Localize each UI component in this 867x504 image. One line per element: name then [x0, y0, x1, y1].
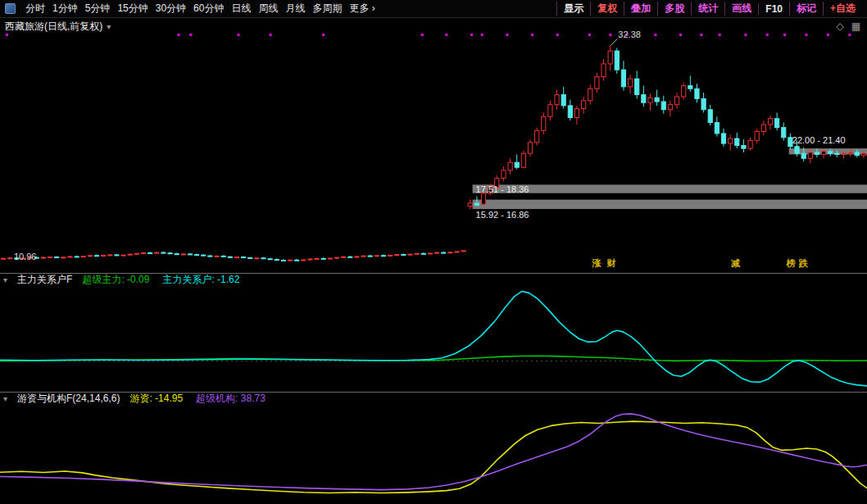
candle-body	[655, 98, 659, 102]
layout-tool-icon[interactable]: ▦	[851, 20, 860, 32]
menu-item-15分钟[interactable]: 15分钟	[117, 2, 148, 16]
candle-body	[334, 257, 338, 258]
menu-item-标记[interactable]: 标记	[789, 2, 823, 16]
signal-dot	[6, 34, 8, 36]
candle-body	[695, 89, 699, 98]
menu-item-1分钟[interactable]: 1分钟	[52, 2, 78, 16]
candle-body	[535, 130, 539, 143]
menu-item-复权[interactable]: 复权	[590, 2, 624, 16]
main-candlestick-panel[interactable]: 西藏旅游(日线,前复权) ▾ ◇ ▦ 17.51 - 18.3615.92 - …	[0, 18, 867, 273]
title-dropdown-icon[interactable]: ▾	[107, 22, 111, 31]
panel2-header: ▾ 主力关系户F 超级主力: -0.09主力关系户: -1.62	[0, 273, 867, 286]
candle-body	[241, 257, 245, 258]
price-box-label: 15.92 - 16.86	[476, 210, 529, 220]
candle-body	[455, 252, 459, 252]
menu-item-叠加[interactable]: 叠加	[624, 2, 657, 16]
candle-body	[795, 147, 799, 154]
candle-body	[735, 138, 739, 146]
candle-body	[515, 162, 519, 167]
menu-item-分时[interactable]: 分时	[25, 2, 45, 16]
candle-body	[668, 105, 672, 110]
marker-tool-icon[interactable]: ◇	[836, 20, 843, 32]
candle-body	[348, 257, 352, 257]
candle-body	[582, 101, 586, 109]
candle-body	[842, 153, 846, 154]
panel3-header: ▾ 游资与机构F(24,14,6,6) 游资: -14.95超级机构: 38.7…	[0, 392, 867, 405]
menu-item-月线[interactable]: 月线	[285, 2, 305, 16]
event-label: 跌	[798, 258, 808, 268]
stock-title: 西藏旅游(日线,前复权)	[5, 20, 102, 34]
menu-item-更多 ›[interactable]: 更多 ›	[349, 2, 374, 16]
menu-item-显示[interactable]: 显示	[556, 2, 590, 16]
candle-body	[281, 260, 285, 261]
panel3-canvas[interactable]	[0, 405, 867, 504]
candle-body	[115, 255, 119, 256]
candle-body	[408, 254, 412, 255]
candle-body	[8, 258, 12, 259]
candle-body	[368, 256, 372, 257]
panel3-title[interactable]: 游资与机构F(24,14,6,6)	[17, 392, 120, 406]
signal-dot	[654, 34, 656, 36]
signal-dot	[481, 34, 483, 36]
menu-item-日线[interactable]: 日线	[231, 2, 251, 16]
candle-body	[41, 257, 45, 258]
menu-item-30分钟[interactable]: 30分钟	[156, 2, 186, 16]
indicator-svg	[0, 405, 867, 504]
menu-item-多股[interactable]: 多股	[657, 2, 691, 16]
price-box-label: 17.51 - 18.36	[476, 184, 529, 194]
menu-item-画线[interactable]: 画线	[724, 2, 758, 16]
panel2-canvas[interactable]	[0, 286, 867, 392]
candle-body	[168, 253, 172, 254]
app-logo-icon[interactable]	[5, 3, 16, 14]
menu-item-多周期[interactable]: 多周期	[312, 2, 342, 16]
candle-body	[608, 51, 612, 64]
main-chart-canvas[interactable]: 17.51 - 18.3615.92 - 16.8622.00 - 21.403…	[0, 18, 867, 273]
candle-body	[775, 119, 779, 128]
candle-body	[595, 77, 599, 89]
menu-item-60分钟[interactable]: 60分钟	[193, 2, 224, 16]
menu-left: 分时1分钟5分钟15分钟30分钟60分钟日线周线月线多周期更多 ›	[5, 2, 375, 16]
indicator-panel-youzi[interactable]: ▾ 游资与机构F(24,14,6,6) 游资: -14.95超级机构: 38.7…	[0, 392, 867, 504]
candle-body	[1, 258, 5, 259]
signal-dot	[766, 34, 769, 36]
candle-body	[442, 252, 446, 253]
candle-body	[748, 140, 752, 148]
candle-body	[134, 253, 138, 254]
candle-body	[342, 257, 346, 257]
candle-body	[221, 256, 225, 257]
candle-body	[208, 256, 212, 257]
signal-dot	[421, 34, 424, 36]
menu-item-5分钟[interactable]: 5分钟	[85, 2, 111, 16]
signal-dot	[609, 34, 611, 36]
candle-body	[381, 256, 385, 257]
price-annotation: 10.96	[14, 252, 37, 261]
menu-item-统计[interactable]: 统计	[691, 2, 724, 16]
panel2-title[interactable]: 主力关系户F	[17, 273, 72, 287]
candle-body	[81, 257, 85, 257]
candle-body	[729, 138, 733, 143]
candle-body	[234, 257, 238, 258]
candle-body	[768, 119, 772, 125]
collapse-chevron-icon[interactable]: ▾	[3, 395, 7, 403]
candle-body	[302, 260, 306, 261]
signal-dot	[189, 34, 192, 36]
signal-dot	[827, 34, 829, 36]
candle-body	[835, 153, 839, 154]
menu-item-F10[interactable]: F10	[758, 3, 789, 15]
menu-item-+自选[interactable]: +自选	[823, 2, 862, 16]
candle-body	[128, 254, 132, 255]
signal-dot	[506, 34, 508, 36]
menu-right: 显示复权叠加多股统计画线F10标记+自选	[556, 2, 862, 16]
event-label: 财	[606, 258, 616, 268]
signal-dot	[556, 34, 559, 36]
candle-body	[388, 255, 392, 256]
candle-body	[415, 253, 419, 254]
candle-body	[468, 203, 472, 207]
menu-item-周线[interactable]: 周线	[258, 2, 278, 16]
indicator-panel-zhuli[interactable]: ▾ 主力关系户F 超级主力: -0.09主力关系户: -1.62	[0, 273, 867, 392]
collapse-chevron-icon[interactable]: ▾	[3, 276, 7, 284]
main-chart-svg: 17.51 - 18.3615.92 - 16.8622.00 - 21.403…	[0, 18, 867, 273]
candle-body	[715, 123, 719, 134]
candle-body	[761, 125, 765, 132]
candle-body	[308, 259, 312, 260]
